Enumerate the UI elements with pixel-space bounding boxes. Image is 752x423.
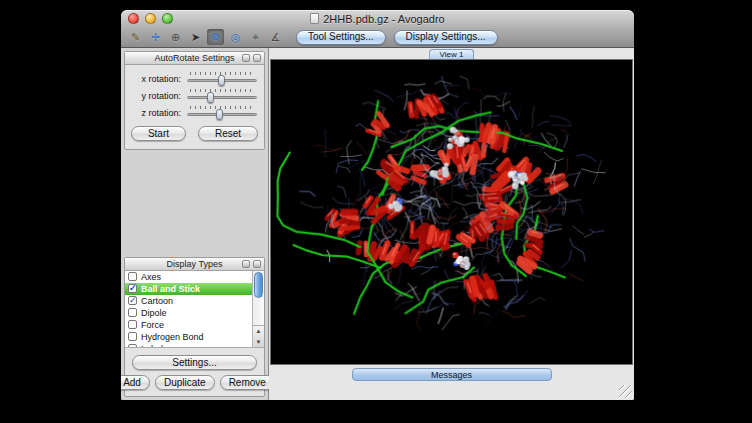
reset-button[interactable]: Reset bbox=[198, 126, 258, 141]
display-types-panel: Display Types Axes✓Ball and Stick✓Cartoo… bbox=[124, 257, 265, 398]
auto-rotate-tool-icon[interactable]: ⚙ bbox=[207, 29, 224, 45]
bond-centric-tool-icon[interactable]: ◎ bbox=[227, 29, 244, 45]
display-settings-button[interactable]: Display Settings... bbox=[394, 30, 498, 45]
toolbar: ✎✛⊕➤⚙◎⌖∡ Tool Settings... Display Settin… bbox=[121, 27, 634, 48]
slider-row: z rotation: bbox=[131, 104, 258, 121]
slider-label: x rotation: bbox=[131, 74, 186, 84]
messages-toggle[interactable]: Messages bbox=[352, 368, 552, 381]
rotation-slider[interactable] bbox=[186, 105, 258, 120]
add-display-type-button[interactable]: Add bbox=[121, 375, 150, 390]
window-content: AutoRotate Settings x rotation:y rotatio… bbox=[121, 48, 634, 400]
display-types-rows: Axes✓Ball and Stick✓CartoonDipoleForceHy… bbox=[125, 271, 252, 348]
tool-settings-button[interactable]: Tool Settings... bbox=[296, 30, 386, 45]
sidebar: AutoRotate Settings x rotation:y rotatio… bbox=[121, 48, 269, 400]
scrollbar-thumb[interactable] bbox=[254, 272, 263, 298]
display-type-label: Dipole bbox=[141, 308, 167, 318]
window-title-area: 2HHB.pdb.gz - Avogadro bbox=[310, 13, 444, 25]
slider-ticks bbox=[190, 89, 254, 92]
display-types-list: Axes✓Ball and Stick✓CartoonDipoleForceHy… bbox=[125, 271, 264, 348]
display-type-actions: Add Duplicate Remove bbox=[125, 372, 264, 396]
display-type-settings-row: Settings... bbox=[125, 348, 264, 373]
document-proxy-icon bbox=[310, 13, 319, 24]
titlebar[interactable]: 2HHB.pdb.gz - Avogadro bbox=[121, 10, 634, 27]
display-type-row[interactable]: ✓Ball and Stick bbox=[125, 283, 252, 295]
display-type-checkbox[interactable] bbox=[128, 272, 137, 281]
zoom-tool-icon[interactable]: ⊕ bbox=[167, 29, 184, 45]
autorotate-panel-header[interactable]: AutoRotate Settings bbox=[125, 52, 264, 65]
slider-row: y rotation: bbox=[131, 87, 258, 104]
close-panel-button[interactable] bbox=[253, 260, 261, 268]
display-type-checkbox[interactable]: ✓ bbox=[128, 284, 137, 293]
window-title: 2HHB.pdb.gz - Avogadro bbox=[323, 13, 444, 25]
display-type-row[interactable]: Label bbox=[125, 343, 252, 348]
autorotate-panel-body: x rotation:y rotation:z rotation: Start … bbox=[125, 65, 264, 149]
panel-buttons bbox=[242, 54, 261, 62]
display-types-panel-header[interactable]: Display Types bbox=[125, 258, 264, 271]
slider-handle[interactable] bbox=[216, 109, 223, 120]
display-type-checkbox[interactable]: ✓ bbox=[128, 296, 137, 305]
main-view-area: View 1 Messages bbox=[269, 48, 634, 400]
display-type-label: Force bbox=[141, 320, 164, 330]
display-type-checkbox[interactable] bbox=[128, 332, 137, 341]
display-type-row[interactable]: Hydrogen Bond bbox=[125, 331, 252, 343]
close-panel-button[interactable] bbox=[253, 54, 261, 62]
slider-handle[interactable] bbox=[207, 92, 214, 103]
desktop-background: 2HHB.pdb.gz - Avogadro ✎✛⊕➤⚙◎⌖∡ Tool Set… bbox=[0, 0, 752, 423]
rotation-slider[interactable] bbox=[186, 71, 258, 86]
start-button[interactable]: Start bbox=[131, 126, 186, 141]
autorotate-panel-title: AutoRotate Settings bbox=[154, 53, 234, 63]
draw-tool-icon[interactable]: ✎ bbox=[127, 29, 144, 45]
scrollbar-arrows: ▲ ▼ bbox=[253, 325, 264, 347]
minimize-window-button[interactable] bbox=[145, 13, 156, 24]
measure-tool-icon[interactable]: ⌖ bbox=[247, 29, 264, 45]
duplicate-display-type-button[interactable]: Duplicate bbox=[155, 375, 215, 390]
display-type-label: Ball and Stick bbox=[141, 284, 200, 294]
slider-label: z rotation: bbox=[131, 108, 186, 118]
tool-icons-group: ✎✛⊕➤⚙◎⌖∡ bbox=[127, 29, 284, 45]
slider-row: x rotation: bbox=[131, 70, 258, 87]
slider-track[interactable] bbox=[187, 96, 257, 99]
display-type-label: Axes bbox=[141, 272, 161, 282]
display-type-checkbox[interactable] bbox=[128, 308, 137, 317]
rotation-slider[interactable] bbox=[186, 88, 258, 103]
display-type-row[interactable]: ✓Cartoon bbox=[125, 295, 252, 307]
panel-buttons bbox=[242, 260, 261, 268]
display-type-row[interactable]: Axes bbox=[125, 271, 252, 283]
scroll-up-icon[interactable]: ▲ bbox=[253, 326, 264, 337]
undock-panel-button[interactable] bbox=[242, 260, 250, 268]
navigate-tool-icon[interactable]: ✛ bbox=[147, 29, 164, 45]
display-type-label: Cartoon bbox=[141, 296, 173, 306]
traffic-lights bbox=[128, 13, 173, 24]
display-type-label: Label bbox=[141, 344, 163, 348]
display-type-checkbox[interactable] bbox=[128, 320, 137, 329]
display-types-panel-title: Display Types bbox=[167, 259, 223, 269]
slider-handle[interactable] bbox=[218, 75, 225, 86]
list-scrollbar[interactable]: ▲ ▼ bbox=[252, 271, 264, 347]
autorotate-buttons: Start Reset bbox=[131, 121, 258, 142]
avogadro-window: 2HHB.pdb.gz - Avogadro ✎✛⊕➤⚙◎⌖∡ Tool Set… bbox=[121, 10, 634, 400]
view-tab[interactable]: View 1 bbox=[429, 49, 475, 59]
scroll-down-icon[interactable]: ▼ bbox=[253, 337, 264, 348]
rotation-sliders: x rotation:y rotation:z rotation: bbox=[131, 70, 258, 121]
messages-row: Messages bbox=[269, 365, 634, 400]
view-tab-row: View 1 bbox=[269, 48, 634, 59]
display-type-row[interactable]: Force bbox=[125, 319, 252, 331]
gl-viewport[interactable] bbox=[270, 59, 633, 365]
select-tool-icon[interactable]: ➤ bbox=[187, 29, 204, 45]
molecule-render bbox=[271, 60, 632, 364]
zoom-window-button[interactable] bbox=[162, 13, 173, 24]
resize-grip[interactable] bbox=[619, 385, 632, 398]
remove-display-type-button[interactable]: Remove bbox=[220, 375, 275, 390]
slider-label: y rotation: bbox=[131, 91, 186, 101]
undock-panel-button[interactable] bbox=[242, 54, 250, 62]
slider-ticks bbox=[190, 106, 254, 109]
align-tool-icon[interactable]: ∡ bbox=[267, 29, 284, 45]
close-window-button[interactable] bbox=[128, 13, 139, 24]
display-type-checkbox[interactable] bbox=[128, 344, 137, 348]
display-type-label: Hydrogen Bond bbox=[141, 332, 204, 342]
autorotate-panel: AutoRotate Settings x rotation:y rotatio… bbox=[124, 51, 265, 150]
display-type-row[interactable]: Dipole bbox=[125, 307, 252, 319]
display-type-settings-button[interactable]: Settings... bbox=[132, 355, 257, 370]
